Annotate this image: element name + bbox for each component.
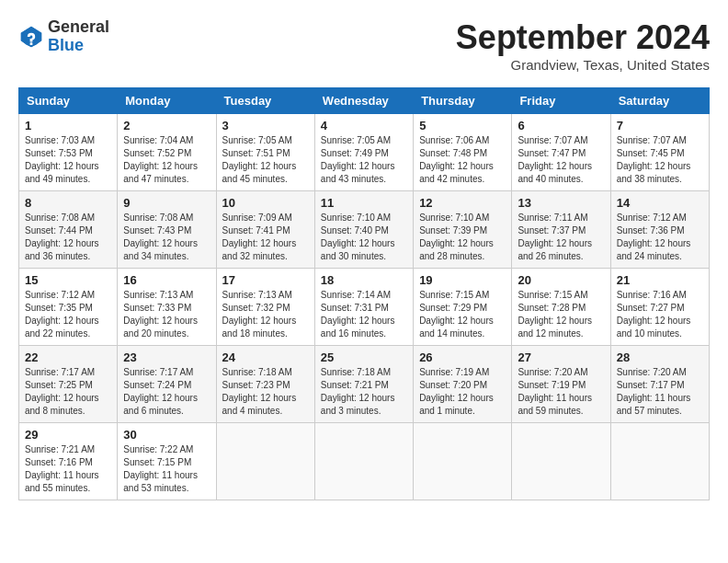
table-row: 21Sunrise: 7:16 AM Sunset: 7:27 PM Dayli…: [610, 269, 709, 346]
day-number: 29: [25, 428, 111, 442]
col-friday: Friday: [512, 88, 610, 114]
month-title: September 2024: [456, 18, 710, 57]
table-row: 27Sunrise: 7:20 AM Sunset: 7:19 PM Dayli…: [512, 346, 610, 423]
table-row: 10Sunrise: 7:09 AM Sunset: 7:41 PM Dayli…: [216, 191, 314, 269]
day-info: Sunrise: 7:20 AM Sunset: 7:17 PM Dayligh…: [617, 366, 703, 418]
day-info: Sunrise: 7:12 AM Sunset: 7:36 PM Dayligh…: [617, 212, 703, 263]
day-info: Sunrise: 7:17 AM Sunset: 7:25 PM Dayligh…: [25, 366, 111, 418]
col-sunday: Sunday: [19, 88, 118, 114]
day-info: Sunrise: 7:17 AM Sunset: 7:24 PM Dayligh…: [123, 366, 210, 418]
day-info: Sunrise: 7:08 AM Sunset: 7:44 PM Dayligh…: [25, 212, 111, 263]
day-number: 13: [518, 196, 604, 210]
day-info: Sunrise: 7:22 AM Sunset: 7:15 PM Dayligh…: [123, 443, 210, 495]
day-info: Sunrise: 7:10 AM Sunset: 7:39 PM Dayligh…: [419, 212, 506, 263]
table-row: 24Sunrise: 7:18 AM Sunset: 7:23 PM Dayli…: [216, 346, 314, 423]
day-info: Sunrise: 7:14 AM Sunset: 7:31 PM Dayligh…: [321, 289, 407, 340]
day-number: 12: [419, 196, 506, 210]
table-row: 12Sunrise: 7:10 AM Sunset: 7:39 PM Dayli…: [414, 191, 512, 269]
day-info: Sunrise: 7:07 AM Sunset: 7:47 PM Dayligh…: [518, 134, 604, 186]
table-row: 15Sunrise: 7:12 AM Sunset: 7:35 PM Dayli…: [19, 269, 118, 346]
day-number: 4: [321, 119, 407, 132]
day-number: 24: [222, 350, 309, 364]
table-row: [314, 423, 413, 500]
table-row: 5Sunrise: 7:06 AM Sunset: 7:48 PM Daylig…: [414, 114, 512, 191]
table-row: [414, 423, 512, 500]
location: Grandview, Texas, United States: [456, 57, 710, 73]
calendar-week-3: 15Sunrise: 7:12 AM Sunset: 7:35 PM Dayli…: [19, 269, 710, 346]
table-row: 14Sunrise: 7:12 AM Sunset: 7:36 PM Dayli…: [610, 191, 709, 269]
day-number: 10: [222, 196, 309, 210]
table-row: 7Sunrise: 7:07 AM Sunset: 7:45 PM Daylig…: [610, 114, 709, 191]
logo-icon: [18, 24, 44, 50]
logo-blue: Blue: [48, 37, 109, 55]
day-info: Sunrise: 7:21 AM Sunset: 7:16 PM Dayligh…: [25, 443, 111, 495]
day-number: 6: [518, 119, 604, 132]
table-row: 8Sunrise: 7:08 AM Sunset: 7:44 PM Daylig…: [19, 191, 118, 269]
table-row: 6Sunrise: 7:07 AM Sunset: 7:47 PM Daylig…: [512, 114, 610, 191]
table-row: 29Sunrise: 7:21 AM Sunset: 7:16 PM Dayli…: [19, 423, 118, 500]
table-row: 28Sunrise: 7:20 AM Sunset: 7:17 PM Dayli…: [610, 346, 709, 423]
day-number: 30: [123, 428, 210, 442]
day-number: 17: [222, 273, 309, 287]
day-info: Sunrise: 7:04 AM Sunset: 7:52 PM Dayligh…: [123, 134, 210, 186]
day-info: Sunrise: 7:05 AM Sunset: 7:49 PM Dayligh…: [321, 134, 407, 186]
table-row: 18Sunrise: 7:14 AM Sunset: 7:31 PM Dayli…: [314, 269, 413, 346]
day-number: 28: [617, 350, 703, 364]
logo-text: General Blue: [48, 18, 109, 55]
table-row: 11Sunrise: 7:10 AM Sunset: 7:40 PM Dayli…: [314, 191, 413, 269]
day-info: Sunrise: 7:03 AM Sunset: 7:53 PM Dayligh…: [25, 134, 111, 186]
day-info: Sunrise: 7:12 AM Sunset: 7:35 PM Dayligh…: [25, 289, 111, 340]
col-wednesday: Wednesday: [314, 88, 413, 114]
logo: General Blue: [18, 18, 109, 55]
table-row: 19Sunrise: 7:15 AM Sunset: 7:29 PM Dayli…: [414, 269, 512, 346]
table-row: 16Sunrise: 7:13 AM Sunset: 7:33 PM Dayli…: [118, 269, 216, 346]
table-row: 1Sunrise: 7:03 AM Sunset: 7:53 PM Daylig…: [19, 114, 118, 191]
day-number: 26: [419, 350, 506, 364]
day-info: Sunrise: 7:18 AM Sunset: 7:23 PM Dayligh…: [222, 366, 309, 418]
table-row: 26Sunrise: 7:19 AM Sunset: 7:20 PM Dayli…: [414, 346, 512, 423]
day-info: Sunrise: 7:11 AM Sunset: 7:37 PM Dayligh…: [518, 212, 604, 263]
day-number: 3: [222, 119, 309, 132]
calendar-week-5: 29Sunrise: 7:21 AM Sunset: 7:16 PM Dayli…: [19, 423, 710, 500]
day-number: 5: [419, 119, 506, 132]
table-row: 25Sunrise: 7:18 AM Sunset: 7:21 PM Dayli…: [314, 346, 413, 423]
day-number: 11: [321, 196, 407, 210]
day-number: 22: [25, 350, 111, 364]
day-info: Sunrise: 7:10 AM Sunset: 7:40 PM Dayligh…: [321, 212, 407, 263]
day-info: Sunrise: 7:16 AM Sunset: 7:27 PM Dayligh…: [617, 289, 703, 340]
day-info: Sunrise: 7:19 AM Sunset: 7:20 PM Dayligh…: [419, 366, 506, 418]
day-info: Sunrise: 7:13 AM Sunset: 7:33 PM Dayligh…: [123, 289, 210, 340]
day-info: Sunrise: 7:05 AM Sunset: 7:51 PM Dayligh…: [222, 134, 309, 186]
day-number: 25: [321, 350, 407, 364]
day-number: 7: [617, 119, 703, 132]
day-info: Sunrise: 7:15 AM Sunset: 7:29 PM Dayligh…: [419, 289, 506, 340]
day-number: 18: [321, 273, 407, 287]
calendar-week-1: 1Sunrise: 7:03 AM Sunset: 7:53 PM Daylig…: [19, 114, 710, 191]
table-row: 22Sunrise: 7:17 AM Sunset: 7:25 PM Dayli…: [19, 346, 118, 423]
day-number: 27: [518, 350, 604, 364]
table-row: 13Sunrise: 7:11 AM Sunset: 7:37 PM Dayli…: [512, 191, 610, 269]
day-info: Sunrise: 7:06 AM Sunset: 7:48 PM Dayligh…: [419, 134, 506, 186]
table-row: 4Sunrise: 7:05 AM Sunset: 7:49 PM Daylig…: [314, 114, 413, 191]
day-number: 2: [123, 119, 210, 132]
logo-general: General: [48, 18, 109, 37]
table-row: [216, 423, 314, 500]
day-info: Sunrise: 7:15 AM Sunset: 7:28 PM Dayligh…: [518, 289, 604, 340]
page-header: General Blue September 2024 Grandview, T…: [18, 18, 710, 73]
table-row: 9Sunrise: 7:08 AM Sunset: 7:43 PM Daylig…: [118, 191, 216, 269]
col-monday: Monday: [118, 88, 216, 114]
col-tuesday: Tuesday: [216, 88, 314, 114]
day-info: Sunrise: 7:09 AM Sunset: 7:41 PM Dayligh…: [222, 212, 309, 263]
day-number: 14: [617, 196, 703, 210]
table-row: 3Sunrise: 7:05 AM Sunset: 7:51 PM Daylig…: [216, 114, 314, 191]
day-number: 1: [25, 119, 111, 132]
table-row: [610, 423, 709, 500]
day-number: 19: [419, 273, 506, 287]
table-row: 20Sunrise: 7:15 AM Sunset: 7:28 PM Dayli…: [512, 269, 610, 346]
table-row: [512, 423, 610, 500]
day-info: Sunrise: 7:08 AM Sunset: 7:43 PM Dayligh…: [123, 212, 210, 263]
table-row: 30Sunrise: 7:22 AM Sunset: 7:15 PM Dayli…: [118, 423, 216, 500]
day-number: 23: [123, 350, 210, 364]
calendar: Sunday Monday Tuesday Wednesday Thursday…: [18, 87, 710, 500]
calendar-week-4: 22Sunrise: 7:17 AM Sunset: 7:25 PM Dayli…: [19, 346, 710, 423]
